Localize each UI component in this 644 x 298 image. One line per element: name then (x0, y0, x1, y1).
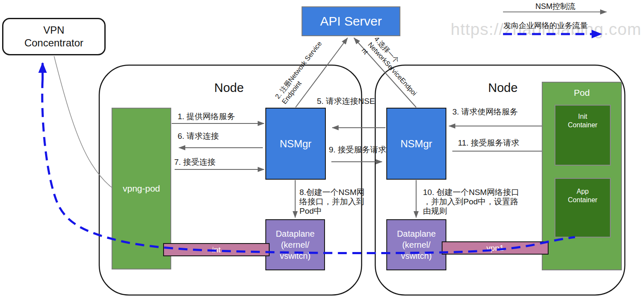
link-vpn-to-vpngpod (54, 56, 112, 187)
label-step7: 7. 接受连接 (174, 158, 216, 167)
nsmgr-left-box: NSMgr (265, 108, 326, 180)
nsmgr-right-box: NSMgr (386, 108, 446, 180)
label-step1: 1. 提供网络服务 (178, 112, 235, 121)
label-step9: 9. 接受服务请求 (329, 145, 386, 155)
dataplane-left-box: Dataplane (kernel/ vswitcn) (265, 219, 325, 270)
interface-vpn1-bar: vpn1 (442, 241, 549, 255)
vpn-concentrator-box: VPN Concentrator (2, 18, 106, 55)
label-step6: 6. 请求连接 (178, 132, 219, 141)
node-left-title: Node (214, 81, 244, 95)
legend-control-flow-label: NSM控制流 (535, 1, 575, 11)
node-right-title: Node (488, 81, 518, 95)
dataplane-right-box: Dataplane (kernel/ vswitch) (386, 219, 446, 270)
legend-business-flow-label: 发向企业网络的业务流量 (503, 20, 588, 31)
init-container-box: Init Container (555, 105, 611, 166)
api-server-box: API Server (302, 6, 400, 36)
label-step10: 10. 创建一个NSM网络接口 ，并加入到Pod中，设置路 由规则 (423, 188, 519, 216)
label-step11: 11. 接受服务请求 (458, 138, 519, 148)
nsm-architecture-diagram: https://zhaohuabing.com VPN C (0, 0, 644, 298)
vpng-pod-box: vpng-pod (112, 108, 171, 269)
label-step4: 4.选择一个 NetworkServiceEndpoi nt (359, 35, 425, 103)
interface-int-bar: int (163, 243, 270, 256)
label-step5: 5. 请求连接NSE (317, 97, 375, 106)
pod-title: Pod (543, 83, 621, 98)
label-step3: 3. 请求使网络服务 (452, 107, 518, 117)
app-container-box: App Container (555, 178, 611, 238)
label-step8: 8.创建一个NSM网 络接口，并加入到 Pod中 (299, 188, 365, 216)
label-step2: 2. 注册Network Service Endpoint (273, 40, 331, 106)
